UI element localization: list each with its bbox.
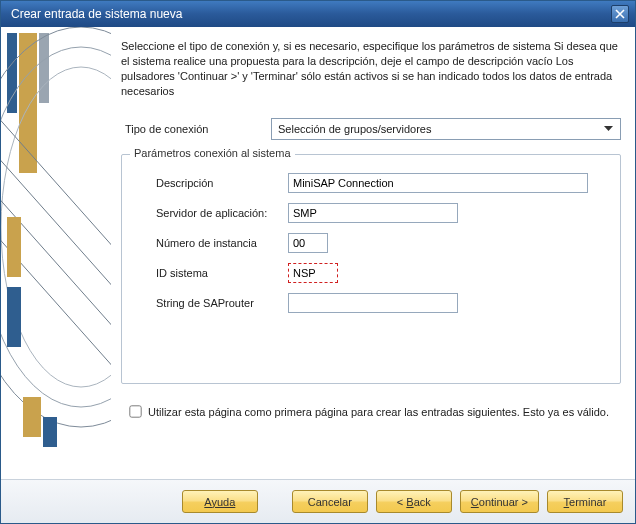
svg-rect-14 bbox=[43, 417, 57, 447]
chevron-down-icon bbox=[600, 122, 616, 136]
svg-rect-11 bbox=[7, 217, 21, 277]
cancel-button[interactable]: Cancelar bbox=[292, 490, 368, 513]
dialog-body: Seleccione el tipo de conexión y, si es … bbox=[1, 27, 635, 479]
sysid-input[interactable] bbox=[288, 263, 338, 283]
svg-rect-12 bbox=[7, 287, 21, 347]
window-title: Crear entrada de sistema nueva bbox=[11, 7, 611, 21]
saprouter-input[interactable] bbox=[288, 293, 458, 313]
wizard-sidebar-image bbox=[1, 27, 111, 479]
appserver-input[interactable] bbox=[288, 203, 458, 223]
description-label: Descripción bbox=[156, 177, 288, 189]
svg-rect-1 bbox=[7, 33, 17, 113]
appserver-row: Servidor de aplicación: bbox=[156, 203, 610, 223]
sysid-row: ID sistema bbox=[156, 263, 610, 283]
system-params-legend: Parámetros conexión al sistema bbox=[130, 147, 295, 159]
intro-text: Seleccione el tipo de conexión y, si es … bbox=[121, 39, 621, 98]
dialog-footer: Ayuda Cancelar < Back Continuar > Termin… bbox=[1, 479, 635, 523]
finish-button[interactable]: Terminar bbox=[547, 490, 623, 513]
help-button[interactable]: Ayuda bbox=[182, 490, 258, 513]
instance-row: Número de instancia bbox=[156, 233, 610, 253]
connection-type-select[interactable]: Selección de grupos/servidores bbox=[271, 118, 621, 140]
appserver-label: Servidor de aplicación: bbox=[156, 207, 288, 219]
saprouter-row: String de SAProuter bbox=[156, 293, 610, 313]
connection-type-label: Tipo de conexión bbox=[121, 123, 271, 135]
sysid-label: ID sistema bbox=[156, 267, 288, 279]
next-button[interactable]: Continuar > bbox=[460, 490, 539, 513]
svg-rect-13 bbox=[23, 397, 41, 437]
svg-rect-3 bbox=[39, 33, 49, 103]
close-button[interactable] bbox=[611, 5, 629, 23]
wizard-main: Seleccione el tipo de conexión y, si es … bbox=[111, 27, 635, 479]
instance-input[interactable] bbox=[288, 233, 328, 253]
system-params-fieldset: Parámetros conexión al sistema Descripci… bbox=[121, 154, 621, 384]
titlebar: Crear entrada de sistema nueva bbox=[1, 1, 635, 27]
reuse-page-checkbox[interactable] bbox=[129, 406, 141, 418]
reuse-page-row: Utilizar esta página como primera página… bbox=[121, 402, 621, 421]
reuse-page-label: Utilizar esta página como primera página… bbox=[148, 406, 609, 418]
close-icon bbox=[615, 9, 625, 19]
instance-label: Número de instancia bbox=[156, 237, 288, 249]
description-row: Descripción bbox=[156, 173, 610, 193]
saprouter-label: String de SAProuter bbox=[156, 297, 288, 309]
connection-type-row: Tipo de conexión Selección de grupos/ser… bbox=[121, 118, 621, 140]
connection-type-selected: Selección de grupos/servidores bbox=[278, 123, 431, 135]
svg-rect-2 bbox=[19, 33, 37, 173]
back-button[interactable]: < Back bbox=[376, 490, 452, 513]
description-input[interactable] bbox=[288, 173, 588, 193]
